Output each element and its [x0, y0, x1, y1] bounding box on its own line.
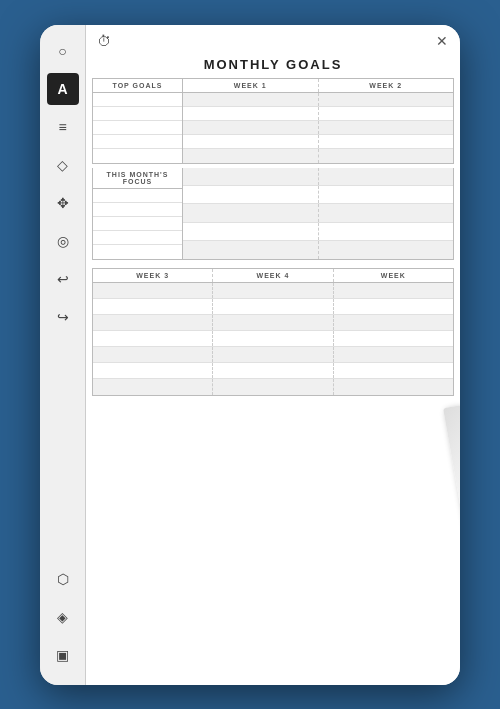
week-row-cell	[183, 93, 319, 106]
week-row-cell	[319, 223, 454, 240]
lower-row-cell	[213, 363, 333, 378]
export-icon[interactable]: ⬡	[47, 563, 79, 595]
lower-row-cell	[213, 379, 333, 395]
redo-icon[interactable]: ↪	[47, 301, 79, 333]
week-row-cell	[183, 135, 319, 148]
week-row-cell	[319, 168, 454, 185]
week-row-cell	[319, 204, 454, 221]
week-row	[183, 135, 453, 149]
week-row-cell	[319, 107, 454, 120]
lower-row-cell	[213, 347, 333, 362]
lower-week-header-row: WEEK 3 WEEK 4 WEEK	[93, 269, 453, 283]
device: ○ A ≡ ◇ ✥ ◎ ↩ ↪ ⬡ ◈ ▣ ⏱ ✕ MONTHLY GOALS …	[40, 25, 460, 685]
lower-row	[93, 283, 453, 299]
lower-rows	[93, 283, 453, 395]
lower-section: WEEK 3 WEEK 4 WEEK	[92, 268, 454, 396]
week-row	[183, 168, 453, 186]
week-row-cell	[183, 223, 319, 240]
top-bar: ⏱ ✕	[86, 25, 460, 57]
week-row-cell	[183, 107, 319, 120]
week3-header: WEEK 3	[93, 269, 213, 282]
week-row-cell	[183, 204, 319, 221]
lower-row	[93, 299, 453, 315]
focus-header: THIS MONTH'S FOCUS	[93, 168, 182, 189]
focus-row	[93, 203, 182, 217]
week-row	[183, 149, 453, 163]
lower-row-cell	[93, 331, 213, 346]
top-goals-row	[93, 93, 182, 107]
layers-icon[interactable]: ◈	[47, 601, 79, 633]
week-row-cell	[183, 186, 319, 203]
week-row-cell	[319, 135, 454, 148]
week-row	[183, 121, 453, 135]
focus-row	[93, 217, 182, 231]
move-icon[interactable]: ✥	[47, 187, 79, 219]
focus-row	[93, 189, 182, 203]
clock-icon[interactable]: ○	[47, 35, 79, 67]
lower-row	[93, 363, 453, 379]
focus-row	[93, 231, 182, 245]
menu-icon[interactable]: ≡	[47, 111, 79, 143]
week-rows-middle	[183, 168, 453, 259]
week-row-cell	[183, 149, 319, 163]
lower-row-cell	[213, 331, 333, 346]
lower-row-cell	[334, 347, 453, 362]
crop-icon[interactable]: ▣	[47, 639, 79, 671]
week-header-row-upper: WEEK 1 WEEK 2	[183, 79, 453, 93]
week-row-cell	[319, 93, 454, 106]
week-row-cell	[319, 121, 454, 134]
week-row-cell	[183, 241, 319, 258]
lower-row-cell	[93, 299, 213, 314]
text-icon[interactable]: A	[47, 73, 79, 105]
undo-icon[interactable]: ↩	[47, 263, 79, 295]
search-icon[interactable]: ◎	[47, 225, 79, 257]
lower-row	[93, 347, 453, 363]
week4-header: WEEK 4	[213, 269, 333, 282]
week-row	[183, 204, 453, 222]
top-goals-row	[93, 121, 182, 135]
lower-row	[93, 379, 453, 395]
top-goals-col: TOP GOALS	[93, 79, 183, 163]
week-row	[183, 241, 453, 258]
top-goals-row	[93, 135, 182, 149]
close-icon[interactable]: ✕	[432, 31, 452, 51]
week5-header: WEEK	[334, 269, 453, 282]
week-row	[183, 107, 453, 121]
sidebar-bottom: ⬡ ◈ ▣	[47, 563, 79, 685]
top-goals-header: TOP GOALS	[93, 79, 182, 93]
week1-header: WEEK 1	[183, 79, 319, 92]
lower-row-cell	[334, 331, 453, 346]
eraser-icon[interactable]: ◇	[47, 149, 79, 181]
week-row-cell	[319, 241, 454, 258]
week-row-cell	[319, 149, 454, 163]
week-cols-middle	[183, 168, 453, 259]
week-row	[183, 93, 453, 107]
lower-row-cell	[213, 299, 333, 314]
top-goals-row	[93, 149, 182, 163]
lower-row	[93, 331, 453, 347]
focus-col: THIS MONTH'S FOCUS	[93, 168, 183, 259]
top-goals-row	[93, 107, 182, 121]
week2-header: WEEK 2	[319, 79, 454, 92]
lower-row-cell	[93, 283, 213, 298]
main-content: ⏱ ✕ MONTHLY GOALS TOP GOALS	[86, 25, 460, 685]
week-cols-upper: WEEK 1 WEEK 2	[183, 79, 453, 163]
lower-row-cell	[213, 283, 333, 298]
focus-row	[93, 245, 182, 259]
week-row-cell	[183, 168, 319, 185]
week-row-cell	[183, 121, 319, 134]
lower-row-cell	[93, 363, 213, 378]
top-goals-rows	[93, 93, 182, 163]
grid-area: TOP GOALS WEEK 1 WEEK 2	[86, 78, 460, 685]
week-row-cell	[319, 186, 454, 203]
week-row	[183, 223, 453, 241]
lower-row-cell	[93, 315, 213, 330]
page-title: MONTHLY GOALS	[86, 57, 460, 78]
sidebar: ○ A ≡ ◇ ✥ ◎ ↩ ↪ ⬡ ◈ ▣	[40, 25, 86, 685]
middle-section: THIS MONTH'S FOCUS	[92, 168, 454, 260]
lower-row	[93, 315, 453, 331]
lower-row-cell	[93, 379, 213, 395]
upper-section: TOP GOALS WEEK 1 WEEK 2	[92, 78, 454, 164]
week-rows-upper	[183, 93, 453, 163]
timer-icon[interactable]: ⏱	[94, 31, 114, 51]
